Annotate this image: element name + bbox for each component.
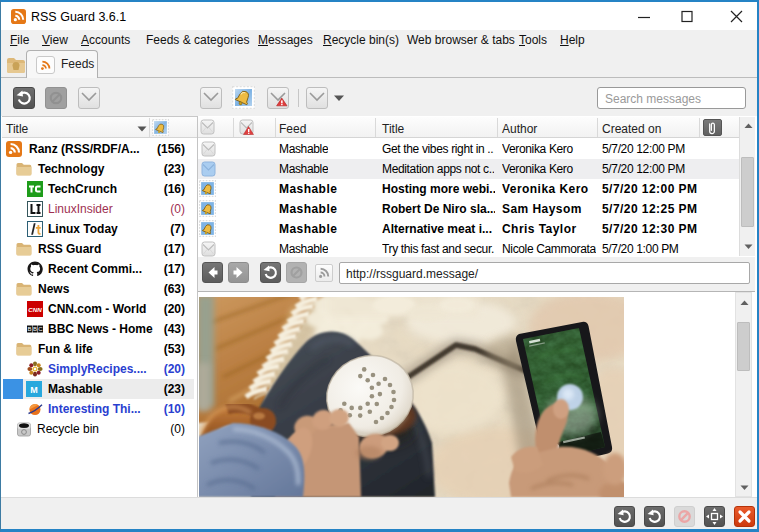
svg-text:B: B: [27, 326, 31, 332]
svg-text:B: B: [33, 326, 37, 332]
svg-text:M: M: [30, 385, 38, 395]
svg-text:C: C: [38, 326, 43, 332]
svg-text:CNN: CNN: [28, 306, 42, 313]
